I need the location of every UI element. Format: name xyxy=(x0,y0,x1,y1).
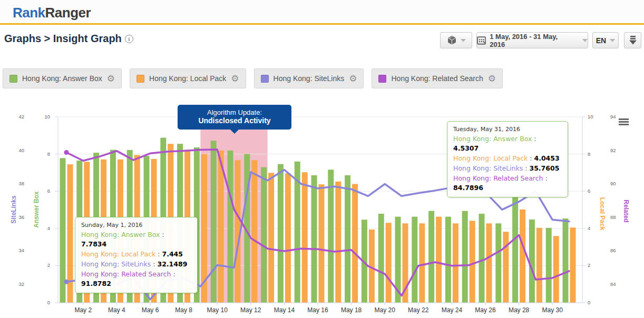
svg-text:Answer Box: Answer Box xyxy=(33,191,40,228)
legend-label: Hong Kong: Answer Box xyxy=(22,74,102,83)
svg-text:May 16: May 16 xyxy=(307,306,328,314)
legend-chip-local-pack[interactable]: Hong Kong: Local Pack ⚙ xyxy=(130,68,246,88)
date-range-picker[interactable]: 1 May, 2016 - 31 May, 2016 xyxy=(476,32,588,48)
legend-chip-related-search[interactable]: Hong Kong: Related Search ⚙ xyxy=(372,68,503,88)
chevron-down-icon xyxy=(582,39,588,42)
svg-text:92: 92 xyxy=(610,147,616,153)
language-value: EN xyxy=(596,36,606,45)
language-selector[interactable]: EN xyxy=(592,32,619,48)
legend-chip-answer-box[interactable]: Hong Kong: Answer Box ⚙ xyxy=(3,68,122,88)
svg-text:May 30: May 30 xyxy=(542,306,563,314)
svg-text:0: 0 xyxy=(588,300,590,305)
svg-text:May 28: May 28 xyxy=(509,306,530,314)
svg-text:6: 6 xyxy=(588,188,590,194)
package-cube-icon xyxy=(447,35,457,45)
breadcrumb: Graphs > Insight Graphi xyxy=(4,33,133,45)
callout-line2: Undisclosed Activity xyxy=(178,116,291,125)
svg-text:0: 0 xyxy=(47,300,50,305)
x-axis-labels: May 2May 4May 6May 8May 10May 12May 14Ma… xyxy=(74,303,563,314)
logo-ranger: Ranger xyxy=(45,5,91,21)
svg-text:May 24: May 24 xyxy=(442,306,463,314)
svg-text:Local Pack: Local Pack xyxy=(599,197,606,231)
tooltip-may-1: Sunday, May 1, 2016 Hong Kong: Answer Bo… xyxy=(75,217,198,293)
svg-text:6: 6 xyxy=(47,188,50,194)
svg-text:May 20: May 20 xyxy=(375,306,396,314)
svg-text:May 18: May 18 xyxy=(341,306,362,314)
svg-text:36: 36 xyxy=(18,214,24,220)
svg-text:SiteLinks: SiteLinks xyxy=(10,195,17,224)
local-pack-swatch xyxy=(136,75,144,83)
svg-text:42: 42 xyxy=(18,114,24,120)
svg-text:May 4: May 4 xyxy=(108,306,125,314)
logo-rank: Rank xyxy=(13,5,45,21)
gear-icon[interactable]: ⚙ xyxy=(107,74,115,83)
chevron-down-icon xyxy=(461,39,466,42)
svg-text:90: 90 xyxy=(610,181,616,186)
sitelinks-axis: 323436384042SiteLinks xyxy=(10,114,24,287)
svg-text:8: 8 xyxy=(588,151,590,157)
app-header: RankRanger xyxy=(0,0,644,25)
local-pack-axis: 0246810Local Pack xyxy=(582,114,606,305)
svg-text:Related: Related xyxy=(622,200,630,222)
svg-text:May 26: May 26 xyxy=(475,306,496,314)
svg-text:May 6: May 6 xyxy=(142,306,159,314)
chevron-down-icon xyxy=(610,39,615,42)
svg-text:10: 10 xyxy=(588,114,593,120)
related-search-swatch xyxy=(378,75,386,83)
svg-text:10: 10 xyxy=(44,114,50,120)
svg-text:2: 2 xyxy=(588,262,590,268)
answer-box-swatch xyxy=(9,75,17,83)
svg-text:94: 94 xyxy=(610,114,616,120)
svg-text:May 12: May 12 xyxy=(240,306,261,314)
download-icon xyxy=(629,36,637,45)
tooltip-date: Tuesday, May 31, 2016 xyxy=(453,125,562,134)
svg-text:2: 2 xyxy=(47,262,50,268)
download-button[interactable] xyxy=(624,32,641,48)
series-legend: Hong Kong: Answer Box ⚙ Hong Kong: Local… xyxy=(3,68,503,88)
info-icon[interactable]: i xyxy=(125,35,133,43)
svg-text:8: 8 xyxy=(47,151,50,157)
tooltip-may-31: Tuesday, May 31, 2016 Hong Kong: Answer … xyxy=(447,121,568,197)
tooltip-rows: Hong Kong: Answer Box : 4.5307Hong Kong:… xyxy=(453,134,562,194)
date-range-value: 1 May, 2016 - 31 May, 2016 xyxy=(490,33,571,48)
svg-text:May 8: May 8 xyxy=(175,306,192,314)
chart-menu-icon[interactable] xyxy=(619,118,629,126)
svg-text:May 22: May 22 xyxy=(408,306,429,314)
gear-icon[interactable]: ⚙ xyxy=(488,74,496,83)
gear-icon[interactable]: ⚙ xyxy=(231,74,239,83)
svg-text:40: 40 xyxy=(18,147,24,153)
legend-label: Hong Kong: SiteLinks xyxy=(274,74,345,83)
legend-chip-sitelinks[interactable]: Hong Kong: SiteLinks ⚙ xyxy=(254,68,364,88)
tooltip-date: Sunday, May 1, 2016 xyxy=(81,221,191,230)
tooltip-rows: Hong Kong: Answer Box : 7.7834Hong Kong:… xyxy=(81,230,191,290)
legend-label: Hong Kong: Related Search xyxy=(391,74,483,83)
svg-text:38: 38 xyxy=(18,181,24,186)
svg-text:86: 86 xyxy=(610,247,616,253)
svg-text:May 2: May 2 xyxy=(74,306,92,314)
svg-text:May 14: May 14 xyxy=(274,306,295,314)
calendar-icon xyxy=(477,36,486,45)
svg-text:84: 84 xyxy=(610,281,616,287)
page-title: Graphs > Insight Graph xyxy=(4,33,122,44)
algorithm-update-callout[interactable]: Algorithm Update: Undisclosed Activity xyxy=(178,105,291,130)
package-selector-button[interactable] xyxy=(440,32,472,48)
callout-line1: Algorithm Update: xyxy=(178,108,291,116)
svg-text:88: 88 xyxy=(610,214,616,220)
svg-text:32: 32 xyxy=(18,281,24,287)
svg-text:4: 4 xyxy=(588,225,590,231)
rankranger-logo: RankRanger xyxy=(13,5,91,21)
sitelinks-swatch xyxy=(261,75,269,83)
related-axis: 848688909294Related xyxy=(610,114,630,287)
legend-label: Hong Kong: Local Pack xyxy=(149,74,226,83)
svg-text:4: 4 xyxy=(47,225,50,231)
insight-chart: 323436384042SiteLinks0246810Answer Box02… xyxy=(0,98,644,318)
answer-box-axis: 0246810Answer Box xyxy=(33,114,58,305)
gear-icon[interactable]: ⚙ xyxy=(349,74,357,83)
svg-text:May 10: May 10 xyxy=(207,306,228,314)
svg-text:34: 34 xyxy=(18,247,24,253)
